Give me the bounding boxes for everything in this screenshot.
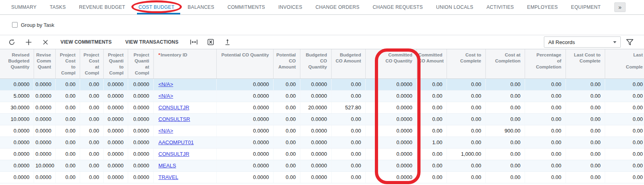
tab-change-orders[interactable]: CHANGE ORDERS [316, 0, 360, 14]
cell[interactable]: 0.00 [485, 137, 525, 148]
cell[interactable]: 0.0000 [300, 137, 331, 148]
cell[interactable]: 0.00 [447, 78, 485, 90]
cell[interactable]: 0.00 [80, 148, 103, 160]
cell[interactable]: 0.00 [80, 125, 103, 137]
cell[interactable]: 0.00 [605, 102, 644, 113]
cell[interactable]: 0.00 [566, 125, 605, 137]
cell[interactable]: 0.00 [525, 137, 566, 148]
cell[interactable]: 0.0000 [300, 148, 331, 160]
table-row[interactable]: 0.00000.00000.000.000.00000.0000CONSULTJ… [0, 148, 644, 160]
cell[interactable]: 0.00 [525, 160, 566, 171]
cell[interactable]: 0.00 [525, 148, 566, 160]
cell[interactable]: 0.00 [331, 137, 365, 148]
cell[interactable]: 0.00 [566, 137, 605, 148]
column-header-project-quanti-to-compl[interactable]: Project Quanti to Compl [103, 49, 128, 78]
view-transactions-button[interactable]: VIEW TRANSACTIONS [119, 35, 185, 49]
cell[interactable]: 0.0000 [216, 160, 273, 171]
add-row-button[interactable] [20, 35, 37, 49]
tab-commitments[interactable]: COMMITMENTS [227, 0, 265, 14]
cell[interactable]: 0.00 [447, 113, 485, 125]
cell[interactable]: 0.0000 [34, 102, 55, 113]
cell[interactable]: 0.00 [485, 171, 525, 183]
cell[interactable]: 0.00 [417, 160, 447, 171]
cell[interactable]: 0.00 [566, 171, 605, 183]
inventory-id-link[interactable]: <N/A> [159, 93, 173, 99]
column-header-budgeted-co-quantity[interactable]: Budgeted CO Quantity [300, 49, 331, 78]
cell[interactable]: 0.0000 [34, 171, 55, 183]
column-header-committed-co-amount[interactable]: Committed CO Amount [417, 49, 447, 78]
cell[interactable]: 0.00 [417, 171, 447, 183]
column-header-project-cost-to-compl[interactable]: Project Cost to Compl [55, 49, 80, 78]
cell[interactable]: 0.0000 [103, 90, 128, 102]
table-row[interactable]: 10.00000.00000.000.000.00000.0000CONSULT… [0, 113, 644, 125]
cell[interactable]: 0.00 [417, 148, 447, 160]
cell[interactable]: 0.0000 [216, 102, 273, 113]
cell[interactable]: 0.0000 [103, 78, 128, 90]
table-row[interactable]: 5.00000.00000.000.000.00000.0000<N/A>0.0… [0, 90, 644, 102]
tab-balances[interactable]: BALANCES [188, 0, 214, 14]
cell[interactable]: 0.00 [80, 102, 103, 113]
view-commitments-button[interactable]: VIEW COMMITMENTS [54, 35, 119, 49]
cell[interactable]: 0.0000 [34, 113, 55, 125]
cell[interactable]: 0.0000 [128, 137, 153, 148]
tab-tasks[interactable]: TASKS [50, 0, 66, 14]
cell[interactable]: 0.00 [525, 171, 566, 183]
cell[interactable]: 0.0000 [300, 113, 331, 125]
cell[interactable]: 0.0000 [216, 137, 273, 148]
cell[interactable]: 0.0000 [128, 125, 153, 137]
cell[interactable]: 1.00 [417, 137, 447, 148]
cell[interactable]: 0.00 [55, 148, 80, 160]
cell[interactable]: 0.0000 [365, 171, 417, 183]
cell[interactable]: 0.00 [525, 90, 566, 102]
cell[interactable]: <N/A> [153, 125, 216, 137]
cell[interactable]: 0.0000 [128, 171, 153, 183]
cell[interactable]: 0.00 [566, 160, 605, 171]
cell[interactable]: 0.00 [605, 125, 644, 137]
inventory-id-link[interactable]: TRAVEL [159, 174, 179, 180]
tab-invoices[interactable]: INVOICES [278, 0, 302, 14]
inventory-id-link[interactable]: <N/A> [159, 128, 173, 134]
cell[interactable]: 0.00 [55, 125, 80, 137]
table-row[interactable]: 30.00000.00000.000.000.00000.0000CONSULT… [0, 102, 644, 113]
cell[interactable]: 0.00 [447, 137, 485, 148]
cell[interactable]: 0.00 [331, 125, 365, 137]
cell[interactable]: 0.00 [605, 148, 644, 160]
column-header-percentage-of-completion[interactable]: Percentage of Completion [525, 49, 566, 78]
cell[interactable]: 0.00 [55, 160, 80, 171]
cell[interactable]: 0.00 [55, 113, 80, 125]
tab-change-requests[interactable]: CHANGE REQUESTS [373, 0, 423, 14]
cell[interactable]: 0.00 [80, 78, 103, 90]
tab-employees[interactable]: EMPLOYEES [527, 0, 558, 14]
cell[interactable]: 0.0000 [216, 171, 273, 183]
cell[interactable]: 0.00 [273, 148, 300, 160]
cell[interactable]: 0.00 [273, 171, 300, 183]
cell[interactable]: 0.0000 [103, 171, 128, 183]
records-filter-dropdown[interactable]: All Records [544, 36, 621, 48]
cell[interactable]: 0.0000 [0, 125, 34, 137]
inventory-id-link[interactable]: CONSULTSR [159, 116, 190, 122]
cell[interactable]: <N/A> [153, 78, 216, 90]
column-header-cost-to-complete[interactable]: Cost to Complete [447, 49, 485, 78]
cell[interactable]: AACOMPUT01 [153, 137, 216, 148]
cell[interactable]: 0.00 [273, 90, 300, 102]
column-header-budgeted-co-amount[interactable]: Budgeted CO Amount [331, 49, 365, 78]
cell[interactable]: 0.00 [273, 102, 300, 113]
cell[interactable]: 0.00 [485, 113, 525, 125]
cell[interactable]: 0.0000 [128, 148, 153, 160]
cell[interactable]: 0.0000 [128, 90, 153, 102]
cell[interactable]: 0.0000 [0, 171, 34, 183]
cell[interactable]: 0.00 [55, 90, 80, 102]
cell[interactable]: 0.00 [605, 137, 644, 148]
cell[interactable]: 0.00 [605, 78, 644, 90]
cell[interactable]: 0.0000 [34, 125, 55, 137]
cell[interactable]: 0.0000 [0, 160, 34, 171]
cell[interactable]: 0.0000 [103, 125, 128, 137]
cell[interactable]: 0.0000 [365, 113, 417, 125]
group-by-task-checkbox[interactable] [12, 22, 18, 28]
cell[interactable]: 0.00 [80, 137, 103, 148]
table-row[interactable]: 0.00000.00000.000.000.00000.0000TRAVEL0.… [0, 171, 644, 183]
cell[interactable]: 0.00 [447, 90, 485, 102]
cell[interactable]: 527.80 [331, 102, 365, 113]
cell[interactable]: 0.0000 [34, 78, 55, 90]
cell[interactable]: 0.00 [605, 90, 644, 102]
